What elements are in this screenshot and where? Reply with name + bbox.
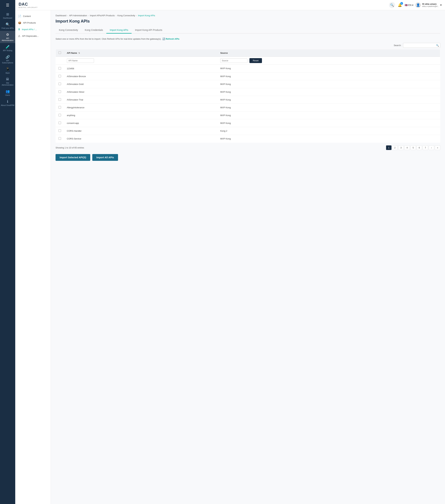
- site-admin-icon: 🏛: [6, 77, 9, 81]
- row-checkbox-cell: [56, 88, 64, 96]
- sidebar-item-api-admin[interactable]: ⚙ API Administration: [0, 31, 15, 43]
- breadcrumb-dashboard[interactable]: Dashboard: [55, 14, 66, 17]
- user-info[interactable]: 👤 Hi ekta umare ekta.u+padmin@d... ▾: [415, 2, 442, 8]
- import-selected-button[interactable]: Import Selected API(S): [55, 154, 90, 161]
- search-input[interactable]: [403, 43, 440, 48]
- row-checkbox-0[interactable]: [58, 67, 61, 70]
- topbar-search-button[interactable]: 🔍: [389, 2, 395, 8]
- tab-import-kong-api-products[interactable]: Import Kong API Products: [132, 27, 166, 34]
- refresh-icon: 🔄: [162, 38, 165, 40]
- header-source: Source: [218, 49, 440, 57]
- row-checkbox-7[interactable]: [58, 122, 61, 124]
- table-row: anything MVP Kong: [56, 111, 440, 119]
- search-magnify-icon: 🔍: [436, 44, 439, 47]
- logo: DAC DIGITAL APICRAFT: [19, 2, 38, 8]
- bottom-actions: Import Selected API(S) Import All APIs: [55, 154, 440, 161]
- sidebar-menu-button[interactable]: ☰: [5, 2, 11, 9]
- api-deprecation-icon: ⚠: [18, 35, 20, 38]
- page-btn-2[interactable]: 2: [392, 145, 398, 150]
- row-api-name: AISimulator-Trial: [64, 96, 218, 104]
- page-btn-5[interactable]: 5: [411, 145, 416, 150]
- sub-sidebar-item-import-apis[interactable]: ⬆ Import APIs / ...: [15, 26, 51, 33]
- sidebar-item-site-admin[interactable]: 🏛 Site Administration: [0, 76, 15, 88]
- breadcrumb-kong-connectivity[interactable]: Kong Connectivity: [118, 14, 135, 17]
- topbar: DAC DIGITAL APICRAFT 🔍 🔔 9 🇬🇧 EN ▾ 👤 Hi …: [15, 0, 445, 10]
- sidebar-item-users[interactable]: 👥 Users: [0, 88, 15, 98]
- tab-kong-credentials[interactable]: Kong Credentials: [82, 27, 106, 34]
- sort-icon[interactable]: ⇅: [78, 52, 80, 54]
- breadcrumb: Dashboard › API Administration › Import …: [55, 14, 440, 17]
- flag-icon: 🇬🇧: [405, 4, 408, 6]
- tab-kong-connectivity[interactable]: Kong Connectivity: [55, 27, 82, 34]
- sidebar-item-about[interactable]: ℹ About OneAPIM: [0, 98, 15, 108]
- row-checkbox-9[interactable]: [58, 137, 61, 140]
- sub-sidebar-item-api-deprecation[interactable]: ⚠ API Deprecatio...: [15, 33, 51, 39]
- row-checkbox-2[interactable]: [58, 83, 61, 85]
- sub-sidebar-item-api-products[interactable]: 📦 API Products: [15, 19, 51, 26]
- content-wrapper: 📄 Content 📦 API Products ⬆ Import APIs /…: [15, 10, 445, 504]
- page-btn-6[interactable]: 6: [417, 145, 422, 150]
- tab-import-kong-apis[interactable]: Import Kong APIs: [106, 27, 132, 34]
- table-row: 123456 MVP Kong: [56, 65, 440, 72]
- row-api-name: AISimulator-Silver: [64, 88, 218, 96]
- sidebar-item-apps[interactable]: 📱 Apps: [0, 65, 15, 76]
- topbar-right: 🔍 🔔 9 🇬🇧 EN ▾ 👤 Hi ekta umare ekta.u+pad…: [389, 2, 442, 8]
- page-next-button[interactable]: ›: [429, 145, 434, 150]
- reset-button[interactable]: Reset: [249, 58, 262, 63]
- row-source: MVP Kong: [218, 111, 440, 119]
- api-table: API Name ⇅ Source: [55, 49, 440, 143]
- showing-text: Showing 1 to 10 of 65 entries: [55, 146, 84, 149]
- page-btn-1[interactable]: 1: [386, 145, 392, 150]
- row-checkbox-8[interactable]: [58, 129, 61, 132]
- apps-icon: 📱: [6, 67, 10, 71]
- page-btn-4[interactable]: 4: [404, 145, 410, 150]
- breadcrumb-import-apis[interactable]: Import APIs/API Products: [90, 14, 115, 17]
- api-subs-icon: 🔗: [6, 55, 10, 59]
- sidebar-item-find-apis[interactable]: 🔍 Find your APIs: [0, 21, 15, 31]
- select-all-checkbox[interactable]: [58, 51, 61, 54]
- page-btn-7[interactable]: 7: [423, 145, 428, 150]
- row-checkbox-3[interactable]: [58, 90, 61, 93]
- table-filter-row: Reset: [56, 57, 440, 65]
- header-api-name: API Name ⇅: [64, 49, 218, 57]
- language-selector[interactable]: 🇬🇧 EN ▾: [405, 4, 413, 6]
- row-checkbox-cell: [56, 96, 64, 104]
- instruction-text: Select one or more APIs from the list to…: [55, 38, 440, 40]
- row-checkbox-cell: [56, 135, 64, 143]
- row-api-name: AISimulator-Bronze: [64, 72, 218, 80]
- row-checkbox-1[interactable]: [58, 75, 61, 77]
- search-row: Search: 🔍: [55, 43, 440, 48]
- table-body: 123456 MVP Kong AISimulator-Bronze MVP K…: [56, 65, 440, 143]
- breadcrumb-api-admin[interactable]: API Administration: [69, 14, 87, 17]
- row-checkbox-4[interactable]: [58, 98, 61, 101]
- notification-button[interactable]: 🔔 9: [397, 2, 403, 8]
- api-products-icon: 📦: [18, 21, 21, 24]
- table-row: AISimulator-Silver MVP Kong: [56, 88, 440, 96]
- sub-sidebar-item-content[interactable]: 📄 Content: [15, 13, 51, 19]
- filter-source-input[interactable]: [220, 58, 247, 63]
- row-checkbox-cell: [56, 80, 64, 88]
- row-checkbox-cell: [56, 127, 64, 135]
- breadcrumb-sep-4: ›: [136, 14, 137, 17]
- header-checkbox-col: [56, 49, 64, 57]
- notification-badge: 9: [400, 2, 403, 5]
- row-checkbox-5[interactable]: [58, 106, 61, 109]
- row-checkbox-6[interactable]: [58, 114, 61, 116]
- page-btn-3[interactable]: 3: [398, 145, 404, 150]
- filter-api-name-input[interactable]: [67, 58, 94, 63]
- import-all-button[interactable]: Import All APIs: [92, 154, 118, 161]
- row-api-name: consent-app: [64, 119, 218, 127]
- row-checkbox-cell: [56, 104, 64, 111]
- sidebar-item-dashboard[interactable]: ⊞ Dashboard: [0, 11, 15, 21]
- sidebar: ☰ ⊞ Dashboard 🔍 Find your APIs ⚙ API Adm…: [0, 0, 15, 504]
- chevron-down-icon: ▾: [412, 4, 413, 6]
- users-icon: 👥: [6, 89, 10, 93]
- topbar-search-icon: 🔍: [390, 3, 394, 7]
- refresh-apis-button[interactable]: 🔄 Refresh APIs: [162, 38, 179, 40]
- table-row: AllergyIntolerance MVP Kong: [56, 104, 440, 111]
- sidebar-item-api-testing[interactable]: 🧪 API Testing: [0, 43, 15, 53]
- main-wrapper: DAC DIGITAL APICRAFT 🔍 🔔 9 🇬🇧 EN ▾ 👤 Hi …: [15, 0, 445, 504]
- page-last-button[interactable]: »: [435, 145, 440, 150]
- table-row: CORS-Handler Kong 2: [56, 127, 440, 135]
- sidebar-item-api-subs[interactable]: 🔗 API Subscriptions: [0, 53, 15, 65]
